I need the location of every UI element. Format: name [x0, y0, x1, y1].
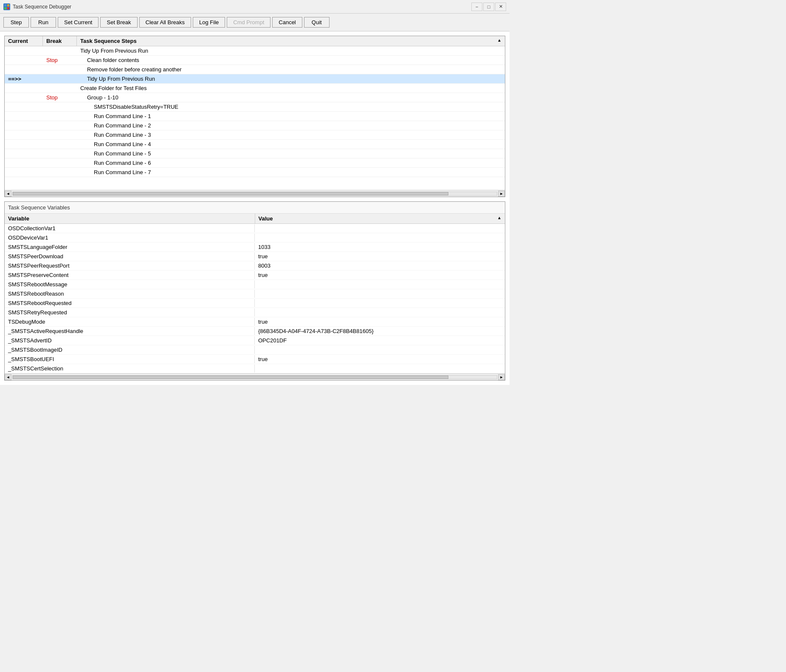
step-cell-current [5, 59, 43, 61]
var-cell-name: TSDebugMode [5, 318, 255, 326]
h-scroll-vars-left[interactable]: ◄ [5, 374, 11, 380]
step-cell-break [43, 88, 77, 89]
step-button[interactable]: Step [3, 17, 29, 28]
step-row: Run Command Line - 5 [5, 149, 505, 158]
step-row: Remove folder before creating another [5, 65, 505, 74]
svg-rect-3 [7, 7, 9, 9]
col-current: Current [5, 36, 43, 46]
cancel-button[interactable]: Cancel [272, 17, 302, 28]
steps-scroll-area[interactable]: Tidy Up From Previous RunStopClean folde… [5, 46, 505, 190]
quit-button[interactable]: Quit [304, 17, 330, 28]
var-cell-name: SMSTSRebootRequested [5, 299, 255, 307]
clear-all-breaks-button[interactable]: Clear All Breaks [139, 17, 191, 28]
run-button[interactable]: Run [31, 17, 56, 28]
step-cell-break: Stop [43, 93, 77, 102]
step-cell-current [5, 153, 43, 155]
step-cell-break [43, 69, 77, 71]
step-row: Run Command Line - 2 [5, 121, 505, 130]
var-cell-value [255, 284, 505, 285]
h-scroll-left[interactable]: ◄ [5, 191, 11, 197]
set-break-button[interactable]: Set Break [100, 17, 137, 28]
var-cell-name: SMSTSRebootMessage [5, 280, 255, 288]
step-cell-current [5, 106, 43, 108]
step-row: Tidy Up From Previous Run [5, 46, 505, 56]
var-cell-value: OPC201DF [255, 336, 505, 344]
step-cell-name: Create Folder for Test Files [77, 84, 505, 92]
h-scrollbar-vars[interactable]: ◄ ► [5, 373, 505, 380]
step-row: Create Folder for Test Files [5, 84, 505, 93]
var-cell-name: SMSTSLanguageFolder [5, 243, 255, 251]
var-cell-name: _SMSTSCertSelection [5, 364, 255, 373]
var-row: SMSTSRebootReason [5, 289, 505, 299]
step-cell-break [43, 153, 77, 155]
step-cell-current [5, 134, 43, 136]
step-row: StopClean folder contents [5, 56, 505, 65]
var-row: _SMSTSAdvertIDOPC201DF [5, 336, 505, 345]
step-cell-current [5, 144, 43, 145]
var-cell-name: SMSTSPeerDownload [5, 252, 255, 260]
step-row: Run Command Line - 3 [5, 130, 505, 140]
maximize-button[interactable]: □ [483, 3, 494, 11]
h-scroll-vars-thumb[interactable] [13, 376, 448, 379]
step-cell-current [5, 88, 43, 89]
log-file-button[interactable]: Log File [193, 17, 225, 28]
minimize-button[interactable]: − [471, 3, 482, 11]
var-cell-value: true [255, 252, 505, 260]
step-cell-name: Clean folder contents [77, 56, 505, 64]
step-cell-name: Run Command Line - 3 [77, 131, 505, 139]
step-cell-break [43, 172, 77, 173]
step-cell-name: Run Command Line - 6 [77, 159, 505, 167]
h-scroll-track[interactable] [12, 192, 497, 196]
variables-scroll-area[interactable]: OSDCollectionVar1OSDDeviceVar1SMSTSLangu… [5, 224, 505, 373]
step-cell-current [5, 50, 43, 52]
step-cell-name: Run Command Line - 5 [77, 150, 505, 158]
h-scroll-right[interactable]: ► [498, 191, 505, 197]
steps-table: Tidy Up From Previous RunStopClean folde… [5, 46, 505, 177]
var-row: TSDebugModetrue [5, 317, 505, 327]
step-cell-current [5, 125, 43, 127]
variables-table: OSDCollectionVar1OSDDeviceVar1SMSTSLangu… [5, 224, 505, 373]
var-row: OSDDeviceVar1 [5, 233, 505, 243]
var-row: SMSTSPeerRequestPort8003 [5, 261, 505, 271]
step-cell-current [5, 69, 43, 71]
cmd-prompt-button: Cmd Prompt [227, 17, 270, 28]
h-scroll-vars-track[interactable] [12, 375, 497, 379]
window-controls: − □ ✕ [471, 3, 506, 11]
step-row: StopGroup - 1-10 [5, 93, 505, 102]
var-cell-name: SMSTSPeerRequestPort [5, 262, 255, 270]
step-cell-name: Run Command Line - 2 [77, 121, 505, 130]
var-cell-name: OSDCollectionVar1 [5, 224, 255, 232]
step-cell-break [43, 134, 77, 136]
step-cell-name: Tidy Up From Previous Run [77, 47, 505, 55]
var-cell-value: true [255, 355, 505, 363]
step-cell-break: Stop [43, 56, 77, 64]
variables-panel-title: Task Sequence Variables [5, 202, 505, 214]
var-cell-name: _SMSTSActiveRequestHandle [5, 327, 255, 335]
col-break: Break [43, 36, 77, 46]
step-cell-current [5, 116, 43, 117]
step-cell-name: Run Command Line - 1 [77, 112, 505, 120]
close-button[interactable]: ✕ [495, 3, 506, 11]
var-cell-value [255, 312, 505, 313]
var-row: SMSTSRetryRequested [5, 308, 505, 317]
var-cell-name: _SMSTSBootUEFI [5, 355, 255, 363]
step-cell-break [43, 125, 77, 127]
var-cell-value: 8003 [255, 262, 505, 270]
h-scroll-thumb[interactable] [13, 192, 448, 195]
col-steps: Task Sequence Steps ▲ [77, 36, 505, 46]
step-cell-current: ==>> [5, 75, 43, 83]
h-scroll-vars-right[interactable]: ► [498, 374, 505, 380]
step-cell-break [43, 50, 77, 52]
var-row: SMSTSRebootRequested [5, 299, 505, 308]
set-current-button[interactable]: Set Current [58, 17, 99, 28]
step-cell-current [5, 97, 43, 99]
svg-rect-2 [4, 7, 6, 9]
app-icon [3, 3, 10, 10]
var-row: _SMSTSCertSelection [5, 364, 505, 373]
title-bar: Task Sequence Debugger − □ ✕ [0, 0, 510, 14]
var-row: _SMSTSActiveRequestHandle{86B345D4-A04F-… [5, 327, 505, 336]
var-row: SMSTSRebootMessage [5, 280, 505, 289]
h-scrollbar-steps[interactable]: ◄ ► [5, 190, 505, 197]
step-cell-current [5, 172, 43, 173]
step-row: Run Command Line - 6 [5, 158, 505, 168]
